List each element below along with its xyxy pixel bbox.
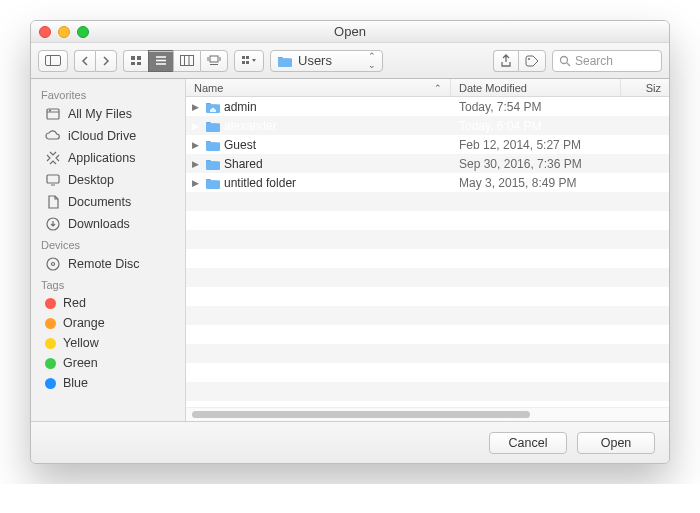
cancel-button[interactable]: Cancel	[489, 432, 567, 454]
file-name: Shared	[222, 157, 451, 171]
sidebar-item[interactable]: Downloads	[31, 213, 185, 235]
zoom-window-button[interactable]	[77, 26, 89, 38]
chevron-left-icon	[81, 56, 89, 66]
sidebar-item-label: Applications	[68, 151, 135, 165]
sidebar-item[interactable]: Blue	[31, 373, 185, 393]
column-header-date[interactable]: Date Modified	[451, 79, 621, 96]
tags-button[interactable]	[518, 50, 546, 72]
file-name: Guest	[222, 138, 451, 152]
column-view-button[interactable]	[173, 50, 200, 72]
sidebar-toggle-group	[38, 50, 68, 72]
sidebar-item[interactable]: Orange	[31, 313, 185, 333]
file-name: alexander	[222, 119, 451, 133]
share-tag-group	[493, 50, 546, 72]
disclosure-triangle-icon[interactable]: ▶	[186, 102, 204, 112]
table-row[interactable]: ▶GuestFeb 12, 2014, 5:27 PM	[186, 135, 669, 154]
column-header-name[interactable]: Name ⌃	[186, 79, 451, 96]
search-icon	[559, 55, 571, 67]
empty-row	[186, 382, 669, 401]
svg-rect-4	[131, 62, 135, 65]
sidebar-item[interactable]: Documents	[31, 191, 185, 213]
sidebar-item[interactable]: All My Files	[31, 103, 185, 125]
sidebar-item-label: All My Files	[68, 107, 132, 121]
file-name: admin	[222, 100, 451, 114]
window-controls	[39, 26, 89, 38]
grid-icon	[130, 55, 142, 66]
column-header-size[interactable]: Siz	[621, 79, 669, 96]
forward-button[interactable]	[95, 50, 117, 72]
disclosure-triangle-icon[interactable]: ▶	[186, 159, 204, 169]
back-button[interactable]	[74, 50, 95, 72]
tag-dot-icon	[45, 378, 56, 389]
file-name: untitled folder	[222, 176, 451, 190]
file-list-pane: Name ⌃ Date Modified Siz ▶adminToday, 7:…	[186, 79, 669, 421]
arrange-button[interactable]	[234, 50, 264, 72]
open-button[interactable]: Open	[577, 432, 655, 454]
arrange-icon	[241, 55, 257, 66]
coverflow-view-button[interactable]	[200, 50, 228, 72]
folder-icon	[204, 120, 222, 132]
list-view-button[interactable]	[148, 50, 173, 72]
folder-icon	[204, 158, 222, 170]
scrollbar-thumb[interactable]	[192, 411, 530, 418]
file-date-modified: Today, 6:04 PM	[451, 119, 621, 133]
svg-rect-0	[46, 56, 61, 66]
share-icon	[500, 54, 512, 68]
sidebar-item[interactable]: Red	[31, 293, 185, 313]
sidebar-item[interactable]: Remote Disc	[31, 253, 185, 275]
empty-row	[186, 268, 669, 287]
open-dialog-window: Open	[30, 20, 670, 464]
svg-rect-19	[246, 61, 249, 64]
folder-icon	[204, 177, 222, 189]
empty-row	[186, 230, 669, 249]
table-row[interactable]: ▶untitled folderMay 3, 2015, 8:49 PM	[186, 173, 669, 192]
close-window-button[interactable]	[39, 26, 51, 38]
toggle-sidebar-button[interactable]	[38, 50, 68, 72]
disclosure-triangle-icon[interactable]: ▶	[186, 121, 204, 131]
sidebar-item-label: Documents	[68, 195, 131, 209]
file-list[interactable]: ▶adminToday, 7:54 PM▶alexanderToday, 6:0…	[186, 97, 669, 407]
table-row[interactable]: ▶SharedSep 30, 2016, 7:36 PM	[186, 154, 669, 173]
svg-rect-17	[246, 56, 249, 59]
sidebar-item-label: Green	[63, 356, 98, 370]
search-field[interactable]	[552, 50, 662, 72]
documents-icon	[45, 194, 61, 210]
sidebar-item-label: Downloads	[68, 217, 130, 231]
sidebar: FavoritesAll My FilesiCloud DriveApplica…	[31, 79, 186, 421]
location-popup[interactable]: Users ⌃⌄	[270, 50, 383, 72]
table-row[interactable]: ▶adminToday, 7:54 PM	[186, 97, 669, 116]
svg-line-22	[567, 63, 570, 66]
empty-row	[186, 344, 669, 363]
empty-row	[186, 306, 669, 325]
sidebar-item-label: Orange	[63, 316, 105, 330]
users-folder-icon	[277, 55, 293, 67]
sidebar-item-label: iCloud Drive	[68, 129, 136, 143]
sidebar-item[interactable]: Applications	[31, 147, 185, 169]
sidebar-item[interactable]: iCloud Drive	[31, 125, 185, 147]
table-row[interactable]: ▶alexanderToday, 6:04 PM	[186, 116, 669, 135]
icon-view-button[interactable]	[123, 50, 148, 72]
tag-dot-icon	[45, 358, 56, 369]
sidebar-item[interactable]: Yellow	[31, 333, 185, 353]
minimize-window-button[interactable]	[58, 26, 70, 38]
empty-row	[186, 192, 669, 211]
svg-point-29	[47, 258, 59, 270]
search-input[interactable]	[575, 54, 645, 68]
icloud-icon	[45, 128, 61, 144]
tag-dot-icon	[45, 318, 56, 329]
desktop-icon	[45, 172, 61, 188]
sidebar-item[interactable]: Green	[31, 353, 185, 373]
disclosure-triangle-icon[interactable]: ▶	[186, 140, 204, 150]
empty-row	[186, 325, 669, 344]
disclosure-triangle-icon[interactable]: ▶	[186, 178, 204, 188]
location-label: Users	[298, 53, 332, 68]
sidebar-group-label: Favorites	[31, 85, 185, 103]
popup-chevrons-icon: ⌃⌄	[368, 52, 376, 70]
horizontal-scrollbar[interactable]	[186, 407, 669, 421]
home-folder-icon	[204, 101, 222, 113]
svg-rect-26	[47, 175, 59, 183]
sidebar-item-label: Remote Disc	[68, 257, 140, 271]
empty-row	[186, 363, 669, 382]
share-button[interactable]	[493, 50, 518, 72]
sidebar-item[interactable]: Desktop	[31, 169, 185, 191]
